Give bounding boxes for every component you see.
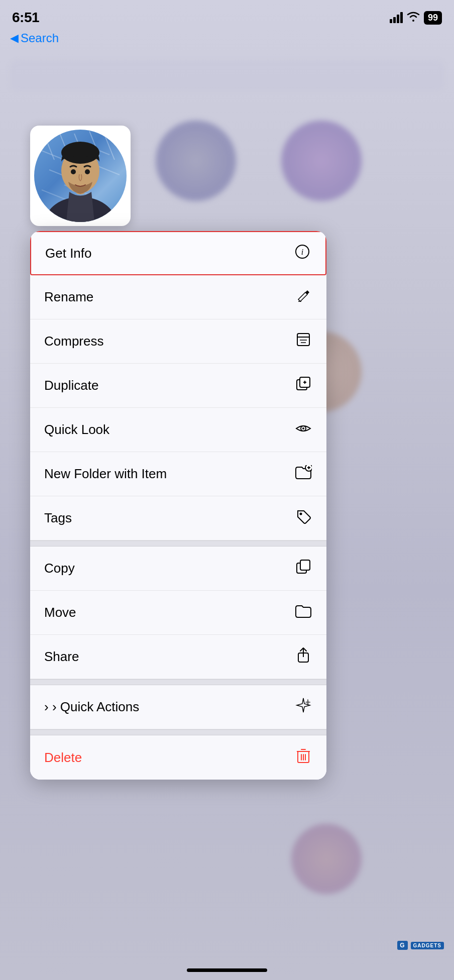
menu-item-copy[interactable]: Copy [30,547,326,591]
compress-icon [294,332,312,351]
get-info-label: Get Info [45,246,92,261]
bg-person-1 [156,121,236,201]
status-bar: 6:51 99 [0,0,454,30]
bg-search-bar [10,60,444,90]
status-icons: 99 [390,11,442,25]
section-divider-3 [30,729,326,735]
svg-point-33 [300,513,302,515]
pencil-icon [294,288,312,306]
menu-item-quick-actions[interactable]: › Quick Actions [30,685,326,729]
folder-plus-icon [294,465,312,483]
svg-point-16 [85,169,90,174]
delete-label: Delete [44,750,82,766]
new-folder-label: New Folder with Item [44,466,167,482]
svg-point-15 [71,169,76,174]
signal-bars-icon [390,12,403,23]
menu-item-compress[interactable]: Compress [30,319,326,364]
avatar [34,130,127,222]
context-menu: Get Info i Rename Compress [30,231,326,780]
sparkle-icon [294,697,312,717]
bg-person-4 [291,824,362,894]
watermark-gadgets: GADGETS [411,942,444,949]
rename-label: Rename [44,289,93,305]
svg-text:i: i [301,248,303,256]
duplicate-label: Duplicate [44,378,98,393]
eye-icon [294,422,312,438]
wifi-icon [407,12,420,24]
menu-item-delete[interactable]: Delete [30,735,326,780]
nav-back[interactable]: ◀ Search [10,31,59,45]
compress-label: Compress [44,334,103,349]
share-label: Share [44,649,79,665]
back-arrow-icon: ◀ [10,32,19,45]
menu-item-move[interactable]: Move [30,591,326,635]
menu-item-duplicate[interactable]: Duplicate [30,364,326,408]
quick-actions-label: › Quick Actions [44,699,139,715]
watermark-g: G [397,941,407,950]
menu-item-tags[interactable]: Tags [30,496,326,540]
copy-icon [294,559,312,578]
folder-icon [294,604,312,621]
bg-person-2 [281,121,362,201]
info-icon: i [293,244,311,263]
section-divider-1 [30,540,326,547]
copy-label: Copy [44,561,75,576]
quick-look-label: Quick Look [44,422,109,438]
menu-item-quick-look[interactable]: Quick Look [30,408,326,452]
back-label: Search [21,31,59,45]
move-label: Move [44,605,76,620]
menu-item-new-folder[interactable]: New Folder with Item [30,452,326,496]
watermark: G GADGETS [397,941,444,950]
tags-label: Tags [44,510,72,526]
svg-rect-20 [297,334,309,346]
menu-item-get-info[interactable]: Get Info i [30,231,326,275]
menu-item-share[interactable]: Share [30,635,326,679]
svg-point-29 [302,427,304,429]
file-preview [30,126,131,226]
battery-icon: 99 [424,11,442,25]
share-icon [294,647,312,667]
tag-icon [294,509,312,527]
battery-level: 99 [428,13,438,23]
trash-icon [294,748,312,768]
section-divider-2 [30,679,326,685]
svg-rect-35 [300,560,310,570]
menu-item-rename[interactable]: Rename [30,275,326,319]
home-indicator [187,968,267,972]
duplicate-icon [294,376,312,395]
status-time: 6:51 [12,10,39,26]
